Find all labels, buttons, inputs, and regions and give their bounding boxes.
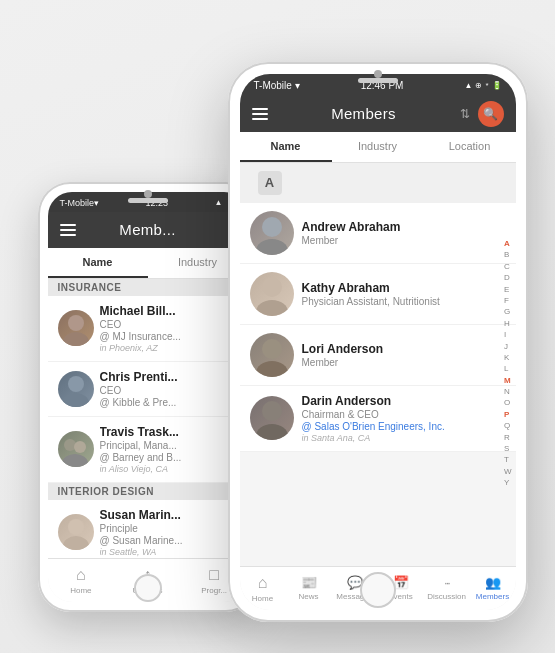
alpha-p[interactable]: P xyxy=(504,410,512,420)
list-item[interactable]: Andrew Abraham Member xyxy=(240,203,516,264)
svg-point-0 xyxy=(68,315,84,331)
member-name: Kathy Abraham xyxy=(302,281,506,295)
alpha-o[interactable]: O xyxy=(504,399,512,409)
phone-front: T-Mobile ▾ 12:46 PM ▲ ⊕ * 🔋 Members xyxy=(228,62,528,622)
alpha-m[interactable]: M xyxy=(504,376,512,386)
alpha-l[interactable]: L xyxy=(504,365,512,375)
front-camera xyxy=(374,70,382,78)
list-item[interactable]: Kathy Abraham Physician Assistant, Nutri… xyxy=(240,264,516,325)
home-icon: ⌂ xyxy=(76,566,86,584)
member-role: Physician Assistant, Nutritionist xyxy=(302,296,506,307)
scene: T-Mobile ▾ 12:23 ▲ 🔋 Memb... xyxy=(18,12,538,642)
nav-programs-label: Progr... xyxy=(201,586,227,595)
tab-location[interactable]: Location xyxy=(424,132,516,162)
list-item[interactable]: Michael Bill... CEO @ MJ Insurance... in… xyxy=(48,296,248,362)
nav-home-label: Home xyxy=(70,586,91,595)
nav-news[interactable]: 📰 News xyxy=(286,567,332,610)
alpha-index: A B C D E F G H I J K L M N O xyxy=(504,239,512,489)
alpha-c[interactable]: C xyxy=(504,262,512,272)
avatar xyxy=(58,371,94,407)
avatar xyxy=(250,211,294,255)
svg-point-5 xyxy=(74,441,86,453)
alpha-w[interactable]: W xyxy=(504,467,512,477)
member-name: Darin Anderson xyxy=(302,394,506,408)
back-app-title: Memb... xyxy=(119,221,175,238)
alpha-j[interactable]: J xyxy=(504,342,512,352)
member-company: @ Barney and B... xyxy=(100,452,238,463)
svg-point-16 xyxy=(256,424,288,440)
member-name: Andrew Abraham xyxy=(302,220,506,234)
member-company: @ Salas O'Brien Engineers, Inc. xyxy=(302,421,506,432)
alpha-a[interactable]: A xyxy=(504,239,512,249)
member-company: @ MJ Insurance... xyxy=(100,331,238,342)
back-interior-list: Susan Marin... Principle @ Susan Marine.… xyxy=(48,500,248,558)
avatar xyxy=(58,514,94,550)
programs-icon: □ xyxy=(209,566,219,584)
member-company: @ Susan Marine... xyxy=(100,535,238,546)
svg-point-6 xyxy=(62,454,88,467)
list-item[interactable]: Susan Marin... Principle @ Susan Marine.… xyxy=(48,500,248,558)
tab-industry[interactable]: Industry xyxy=(332,132,424,162)
alpha-q[interactable]: Q xyxy=(504,421,512,431)
member-name: Lori Anderson xyxy=(302,342,506,356)
member-location: in Phoenix, AZ xyxy=(100,343,238,353)
svg-point-12 xyxy=(256,300,288,316)
front-carrier: T-Mobile ▾ xyxy=(254,80,300,91)
home-icon: ⌂ xyxy=(258,574,268,592)
avatar xyxy=(250,272,294,316)
alpha-n[interactable]: N xyxy=(504,387,512,397)
member-role: CEO xyxy=(100,385,238,396)
discussion-icon: ··· xyxy=(444,575,449,590)
member-role: Chairman & CEO xyxy=(302,409,506,420)
nav-home[interactable]: ⌂ Home xyxy=(240,567,286,610)
front-hamburger[interactable] xyxy=(252,108,268,120)
svg-point-14 xyxy=(256,361,288,377)
filter-icon[interactable]: ⇅ xyxy=(460,107,470,121)
back-tab-name[interactable]: Name xyxy=(48,248,148,278)
member-location: in Santa Ana, CA xyxy=(302,433,506,443)
member-location: in Aliso Viejo, CA xyxy=(100,464,238,474)
back-tab-bar: Name Industry xyxy=(48,248,248,279)
alpha-b[interactable]: B xyxy=(504,251,512,261)
back-home-button[interactable] xyxy=(134,574,162,602)
svg-point-4 xyxy=(64,439,76,451)
avatar xyxy=(250,396,294,440)
back-camera xyxy=(144,190,152,198)
nav-members[interactable]: 👥 Members xyxy=(470,567,516,610)
header-actions: ⇅ 🔍 xyxy=(460,101,504,127)
nav-home[interactable]: ⌂ Home xyxy=(48,559,115,602)
list-item[interactable]: Travis Trask... Principal, Mana... @ Bar… xyxy=(48,417,248,483)
alpha-k[interactable]: K xyxy=(504,353,512,363)
alpha-d[interactable]: D xyxy=(504,273,512,283)
member-company: @ Kibble & Pre... xyxy=(100,397,238,408)
tab-name[interactable]: Name xyxy=(240,132,332,162)
alpha-s[interactable]: S xyxy=(504,444,512,454)
alpha-i[interactable]: I xyxy=(504,330,512,340)
news-icon: 📰 xyxy=(301,575,317,590)
back-hamburger[interactable] xyxy=(60,224,76,236)
svg-point-7 xyxy=(68,519,84,535)
search-button[interactable]: 🔍 xyxy=(478,101,504,127)
alpha-y[interactable]: Y xyxy=(504,478,512,488)
member-location: in Seattle, WA xyxy=(100,547,238,557)
member-name: Susan Marin... xyxy=(100,508,238,522)
list-item[interactable]: Lori Anderson Member xyxy=(240,325,516,386)
list-item[interactable]: Darin Anderson Chairman & CEO @ Salas O'… xyxy=(240,386,516,452)
list-item[interactable]: Chris Prenti... CEO @ Kibble & Pre... xyxy=(48,362,248,417)
alpha-t[interactable]: T xyxy=(504,456,512,466)
front-home-button[interactable] xyxy=(360,572,396,608)
front-app-title: Members xyxy=(331,105,396,122)
svg-point-13 xyxy=(262,339,282,359)
alpha-r[interactable]: R xyxy=(504,433,512,443)
member-role: CEO xyxy=(100,319,238,330)
alpha-h[interactable]: H xyxy=(504,319,512,329)
alpha-f[interactable]: F xyxy=(504,296,512,306)
member-name: Travis Trask... xyxy=(100,425,238,439)
nav-discussion[interactable]: ··· Discussion xyxy=(424,567,470,610)
nav-home-label: Home xyxy=(252,594,273,603)
alpha-e[interactable]: E xyxy=(504,285,512,295)
avatar xyxy=(58,431,94,467)
svg-point-3 xyxy=(63,393,89,407)
alpha-g[interactable]: G xyxy=(504,308,512,318)
svg-point-8 xyxy=(63,536,89,550)
